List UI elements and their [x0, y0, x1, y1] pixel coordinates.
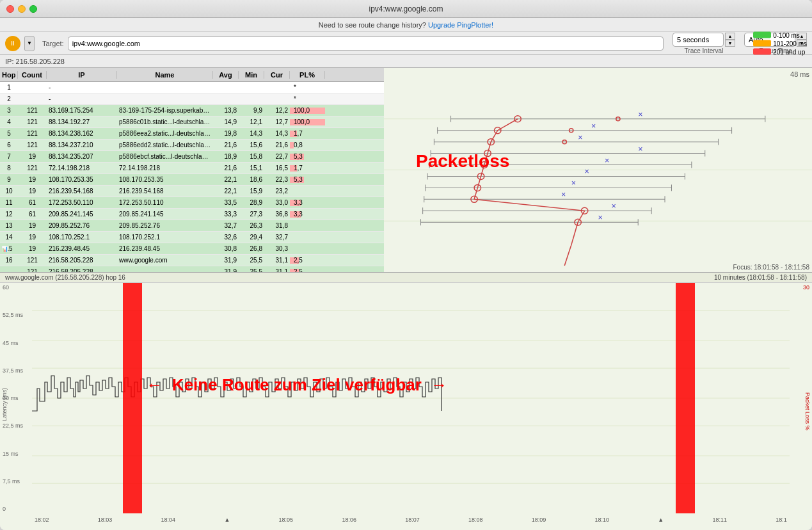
table-row[interactable]: 3 121 83.169.175.254 83-169-175-254-isp.…: [0, 105, 384, 116]
table-row[interactable]: 15 19 216.239.48.45 216.239.48.45 30,8 2…: [0, 243, 384, 255]
chart-canvas[interactable]: [32, 283, 790, 513]
table-row[interactable]: 2 - *: [0, 93, 384, 105]
table-row[interactable]: 14 19 108.170.252.1 108.170.252.1 32,6 2…: [0, 232, 384, 243]
window-title: ipv4:www.google.com: [369, 4, 443, 13]
svg-text:×: ×: [605, 156, 609, 165]
bottom-right-label: 10 minutes (18:01:58 - 18:11:58): [714, 274, 807, 281]
col-count: Count: [18, 71, 47, 79]
interval-label: Trace Interval: [685, 47, 724, 54]
dropdown-button[interactable]: ▼: [24, 36, 35, 51]
route-table: Hop Count IP Name Avg Min Cur PL% 1 -: [0, 68, 384, 272]
main-content: Hop Count IP Name Avg Min Cur PL% 1 -: [0, 68, 812, 530]
packetloss-annotation: Packetloss: [416, 151, 509, 172]
minimize-button[interactable]: [18, 5, 26, 13]
chart-area: 60 52,5 ms 45 ms 37,5 ms 30 ms 22,5 ms 1…: [0, 283, 812, 526]
interval-down[interactable]: ▼: [725, 40, 735, 47]
cell-ip: -: [47, 84, 117, 91]
svg-text:×: ×: [638, 110, 642, 119]
legend-label-yellow: 101-200 ms: [773, 40, 807, 47]
packet-loss-axis-label: Packet Loss %: [804, 392, 811, 431]
bottom-header: www.google.com (216.58.205.228) hop 16 1…: [0, 273, 812, 283]
red-bar-left: [123, 283, 142, 513]
legend-color-green: [753, 32, 771, 38]
svg-text:×: ×: [578, 133, 582, 142]
table-row[interactable]: 12 61 209.85.241.145 209.85.241.145 33,3…: [0, 209, 384, 220]
table-row[interactable]: 6 121 88.134.237.210 p5886edd2.static...…: [0, 140, 384, 151]
target-input[interactable]: [68, 36, 664, 51]
legend-label-red: 201 and up: [773, 48, 805, 55]
ip-value: 216.58.205.228: [16, 58, 65, 65]
legend-color-red: [753, 49, 771, 55]
cell-count: 121: [18, 107, 47, 114]
interval-input[interactable]: [673, 33, 724, 47]
col-name: Name: [117, 71, 213, 79]
cell-pl: *: [290, 95, 325, 102]
traffic-lights: [6, 5, 37, 13]
bottom-left-label: www.google.com (216.58.205.228) hop 16: [5, 274, 125, 281]
top-section: Hop Count IP Name Avg Min Cur PL% 1 -: [0, 68, 812, 273]
cell-pl: 100,0: [290, 107, 325, 114]
table-header: Hop Count IP Name Avg Min Cur PL%: [0, 68, 384, 82]
table-row[interactable]: 8 121 72.14.198.218 72.14.198.218 21,6 1…: [0, 163, 384, 174]
svg-text:×: ×: [571, 179, 576, 188]
table-row[interactable]: 13 19 209.85.252.76 209.85.252.76 32,7 2…: [0, 220, 384, 232]
svg-text:×: ×: [585, 168, 589, 177]
table-row[interactable]: 11 61 172.253.50.110 172.253.50.110 33,5…: [0, 197, 384, 209]
col-min: Min: [239, 71, 264, 79]
col-cur: Cur: [264, 71, 290, 79]
focus-label: Focus: 18:01:58 - 18:11:58: [733, 264, 809, 271]
cell-avg: 13,8: [213, 107, 239, 114]
table-row[interactable]: 4 121 88.134.192.27 p5886c01b.static...l…: [0, 116, 384, 128]
legend: 0-100 ms 101-200 ms 201 and up: [753, 31, 807, 55]
table-row[interactable]: 9 19 108.170.253.35 108.170.253.35 22,1 …: [0, 174, 384, 186]
col-ip: IP: [47, 71, 117, 79]
pause-button[interactable]: ⏸: [5, 36, 20, 51]
close-button[interactable]: [6, 5, 14, 13]
ip-label: IP:: [5, 58, 13, 65]
latency-axis-label: Latency (ms): [1, 388, 8, 421]
table-row[interactable]: 1 - *: [0, 82, 384, 93]
col-avg: Avg: [213, 71, 239, 79]
svg-text:×: ×: [561, 191, 566, 200]
upgrade-text: Need to see route change history?: [319, 21, 426, 29]
ip-bar: IP: 216.58.205.228: [0, 55, 812, 68]
svg-text:×: ×: [638, 145, 642, 154]
interval-stepper[interactable]: ▲ ▼: [725, 33, 735, 47]
legend-item-green: 0-100 ms: [753, 31, 807, 38]
cell-hop: 1: [0, 84, 18, 91]
toolbar: ⏸ ▼ Target: ▲ ▼ Trace Interval ▲ ▼: [0, 32, 812, 55]
upgrade-link[interactable]: Upgrade PingPlotter!: [428, 21, 493, 29]
cell-name: 83-169-175-254-isp.superkabel.de: [117, 107, 213, 114]
svg-text:×: ×: [611, 202, 616, 211]
graph-area: 48 ms Focus: 18:01:58 - 18:11:58 Packetl…: [384, 68, 812, 272]
table-row[interactable]: 7 19 88.134.235.207 p5886ebcf.static...l…: [0, 151, 384, 163]
col-pl: PL%: [290, 71, 325, 79]
table-row[interactable]: 16 121 216.58.205.228 www.google.com 31,…: [0, 255, 384, 266]
app-window: ipv4:www.google.com Need to see route ch…: [0, 0, 812, 530]
table-row[interactable]: 5 121 88.134.238.162 p5886eea2.static...…: [0, 128, 384, 140]
table-row[interactable]: 121 216.58.205.228 31,9 25,5 31,1 2,5: [0, 266, 384, 272]
legend-color-yellow: [753, 40, 771, 47]
ms-label: 48 ms: [790, 70, 809, 78]
interval-up[interactable]: ▲: [725, 33, 735, 40]
cell-ip: 83.169.175.254: [47, 107, 117, 114]
cell-hop: 2: [0, 95, 18, 102]
x-axis: 18:02 18:03 18:04 ▲ 18:05 18:06 18:07 18…: [32, 513, 790, 526]
title-bar: ipv4:www.google.com: [0, 0, 812, 18]
route-annotation: ← Keine Route zum Ziel verfügbar →: [146, 375, 447, 395]
red-bar-right: [676, 283, 695, 513]
upgrade-bar: Need to see route change history? Upgrad…: [0, 18, 812, 32]
interval-container: ▲ ▼ Trace Interval: [673, 33, 735, 54]
legend-label-green: 0-100 ms: [773, 31, 800, 38]
cell-pl: *: [290, 84, 325, 91]
bottom-section: www.google.com (216.58.205.228) hop 16 1…: [0, 273, 812, 530]
cell-hop: 3: [0, 107, 18, 114]
table-body: 1 - * 2 -: [0, 82, 384, 272]
svg-text:×: ×: [598, 214, 603, 223]
maximize-button[interactable]: [29, 5, 37, 13]
cell-min: 9,9: [239, 107, 264, 114]
legend-item-red: 201 and up: [753, 48, 807, 55]
target-label: Target:: [42, 40, 64, 47]
cell-ip: -: [47, 95, 117, 102]
table-row[interactable]: 10 19 216.239.54.168 216.239.54.168 22,1…: [0, 186, 384, 197]
